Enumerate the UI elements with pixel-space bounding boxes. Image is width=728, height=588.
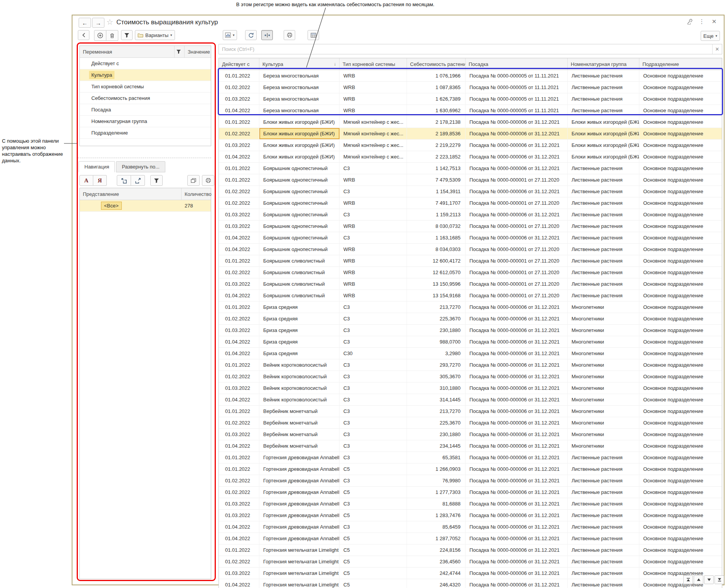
cell[interactable]: Многолетники	[568, 429, 639, 440]
column-header-value[interactable]: Значение	[185, 46, 211, 57]
cell[interactable]: Береза многоствольная	[259, 105, 340, 116]
cell[interactable]: 01.03.2022	[219, 325, 259, 336]
cell[interactable]: Основное подразделение	[639, 359, 722, 371]
table-row[interactable]: 01.04.2022Вербейник монетчатыйC3234,1445…	[219, 440, 722, 452]
cell[interactable]: 213,7270	[407, 302, 466, 313]
table-row[interactable]: 01.01.2022Боярышник однопестичныйC31 142…	[219, 163, 722, 174]
cell[interactable]: Основное подразделение	[639, 544, 722, 556]
cell[interactable]: Гортензия древовидная Annabelle	[259, 452, 340, 463]
cell[interactable]: Гортензия метельчатая Limelight	[259, 556, 340, 567]
cell[interactable]: 310,1880	[407, 382, 466, 394]
table-row[interactable]: 01.03.2022Гортензия древовидная Annabell…	[219, 510, 722, 521]
cell[interactable]: Боярышник однопестичный	[259, 197, 340, 209]
column-header-variable[interactable]: Переменная	[80, 46, 175, 57]
cell[interactable]: 1 154,3911	[407, 186, 466, 197]
table-row[interactable]: 01.03.2022Боярышник однопестичныйC31 159…	[219, 209, 722, 221]
cell[interactable]: Основное подразделение	[639, 221, 722, 232]
cell[interactable]: Вербейник монетчатый	[259, 440, 340, 452]
cell[interactable]: 01.01.2022	[219, 544, 259, 556]
cell[interactable]: Многолетники	[568, 325, 639, 336]
cell[interactable]: Основное подразделение	[639, 290, 722, 301]
cell[interactable]: Основное подразделение	[639, 452, 722, 463]
table-row[interactable]: 01.02.2022Гортензия метельчатая Limeligh…	[219, 556, 722, 568]
add-button[interactable]	[94, 30, 106, 41]
cell[interactable]: Посадка № 0000-000006 от 31.12.2021	[466, 163, 568, 174]
cell[interactable]: Посадка № 0000-000005 от 11.11.2021	[466, 93, 568, 104]
cell[interactable]: WRB	[340, 105, 407, 116]
table-row[interactable]: 01.04.2022Вейник коротковолосистыйC3314,…	[219, 394, 722, 406]
cell[interactable]: Посадка № 0000-000006 от 31.12.2021	[466, 452, 568, 463]
cell[interactable]: Боярышник однопестичный	[259, 163, 340, 174]
cell[interactable]: Посадка № 0000-000006 от 31.12.2021	[466, 394, 568, 405]
table-row[interactable]: 01.03.2022Гортензия древовидная Annabell…	[219, 498, 722, 510]
cell[interactable]: Посадка № 0000-000006 от 31.12.2021	[466, 348, 568, 359]
table-row[interactable]: 01.04.2022Гортензия метельчатая Limeligh…	[219, 579, 722, 588]
table-row[interactable]: 01.01.2022Гортензия древовидная Annabell…	[219, 452, 722, 463]
variable-filter-cell[interactable]	[175, 127, 185, 138]
cell[interactable]: Посадка № 0000-000005 от 11.11.2021	[466, 105, 568, 116]
cell[interactable]: Посадка № 0000-000006 от 31.12.2021	[466, 313, 568, 324]
cell[interactable]: C3	[340, 232, 407, 243]
cell[interactable]: C30	[340, 348, 407, 359]
table-row[interactable]: 01.04.2022Бриза средняяC3988,0700Посадка…	[219, 336, 722, 348]
table-row[interactable]: 01.03.2022Вейник коротковолосистыйC3310,…	[219, 382, 722, 394]
cell[interactable]: 1 087,8365	[407, 82, 466, 93]
forward-button[interactable]: →	[92, 18, 104, 28]
cell[interactable]: Основное подразделение	[639, 128, 722, 139]
close-icon[interactable]: ✕	[710, 18, 718, 25]
variable-value-cell[interactable]	[185, 69, 211, 81]
cell[interactable]: Гортензия древовидная Annabelle	[259, 498, 340, 509]
refresh-button[interactable]	[245, 30, 257, 40]
cell[interactable]: WRB	[340, 244, 407, 255]
cell[interactable]: 01.02.2022	[219, 197, 259, 209]
cell[interactable]: Гортензия метельчатая Limelight	[259, 544, 340, 556]
cell[interactable]: Основное подразделение	[639, 417, 722, 428]
cell[interactable]: Блоки живых изгородей (БЖИ)	[259, 151, 340, 162]
cell[interactable]: 01.02.2022	[219, 267, 259, 278]
cell[interactable]: 01.01.2022	[219, 359, 259, 371]
cell[interactable]: Вейник коротковолосистый	[259, 359, 340, 371]
cell[interactable]: C3	[340, 452, 407, 463]
cell[interactable]: 01.03.2022	[219, 382, 259, 394]
cell[interactable]: 13 150,9596	[407, 278, 466, 290]
column-header-department[interactable]: Подразделение	[639, 58, 722, 70]
column-header-culture[interactable]: Культура↓	[259, 58, 340, 70]
cell[interactable]: 01.02.2022	[219, 371, 259, 382]
cell[interactable]: Блоки живых изгородей (БЖИ)	[259, 116, 340, 128]
variable-filter-cell[interactable]	[175, 69, 185, 81]
cell[interactable]: Основное подразделение	[639, 93, 722, 104]
cell[interactable]: Боярышник сливолистный	[259, 278, 340, 290]
cell[interactable]: Посадка № 0000-000006 от 31.12.2021	[466, 186, 568, 197]
cell[interactable]: Гортензия древовидная Annabelle	[259, 475, 340, 486]
cell[interactable]: Посадка № 0000-000006 от 31.12.2021	[466, 116, 568, 128]
cell[interactable]: Многолетники	[568, 394, 639, 405]
cell[interactable]: Лиственные растения	[568, 174, 639, 185]
cell[interactable]: Посадка № 0000-000006 от 31.12.2021	[466, 487, 568, 498]
open-in-window-button[interactable]	[187, 175, 200, 186]
column-header-count[interactable]: Количество	[182, 188, 211, 200]
more-button[interactable]: Еще ▾	[701, 31, 720, 41]
cell[interactable]: Бриза средняя	[259, 348, 340, 359]
cell[interactable]: Посадка № 0000-000006 от 31.12.2021	[466, 510, 568, 521]
cell[interactable]: Основное подразделение	[639, 278, 722, 290]
table-row[interactable]: 01.01.2022Вербейник монетчатыйC3213,7270…	[219, 406, 722, 417]
cell[interactable]: 230,1880	[407, 429, 466, 440]
cell[interactable]: Гортензия древовидная Annabelle	[259, 510, 340, 521]
variable-row[interactable]: Действует с	[80, 58, 211, 69]
cell[interactable]: Лиственные растения	[568, 510, 639, 521]
cell[interactable]: Посадка № 0000-000006 от 31.12.2021	[466, 382, 568, 394]
cell[interactable]: Мягкий контейнер с жес...	[340, 116, 407, 128]
go-last-button[interactable]	[715, 575, 724, 584]
variable-row[interactable]: Номенклатурная группа	[80, 116, 211, 127]
cell[interactable]: Основное подразделение	[639, 521, 722, 532]
cell[interactable]: Вербейник монетчатый	[259, 406, 340, 417]
table-row[interactable]: 01.03.2022Бриза средняяC3230,1880Посадка…	[219, 325, 722, 336]
cell[interactable]: Посадка № 0000-000001 от 27.11.2020	[466, 290, 568, 301]
cell[interactable]: Основное подразделение	[639, 140, 722, 151]
cell[interactable]: Боярышник однопестичный	[259, 221, 340, 232]
cell[interactable]: Береза многоствольная	[259, 70, 340, 81]
table-row[interactable]: 01.02.2022Бриза средняяC3225,3670Посадка…	[219, 313, 722, 325]
back-button[interactable]: ←	[79, 18, 91, 28]
cell[interactable]: Лиственные растения	[568, 267, 639, 278]
cell[interactable]: 12 600,4172	[407, 255, 466, 266]
